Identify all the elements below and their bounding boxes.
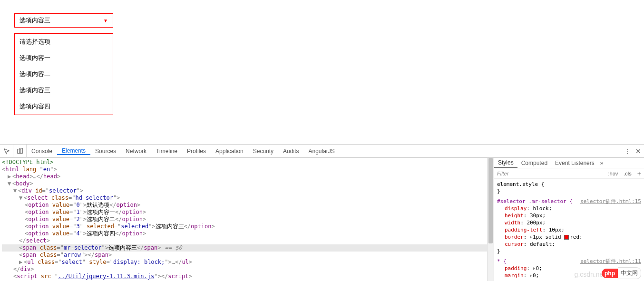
tab-elements[interactable]: Elements [57,147,90,155]
tab-styles[interactable]: Styles [494,158,517,168]
badge-right: 中文网 [618,267,641,279]
tab-audits[interactable]: Audits [278,147,303,155]
element-style-rule: element.style { [497,181,641,188]
tab-timeline[interactable]: Timeline [151,147,182,155]
selected-dom-node[interactable]: <span class="mr-selector">选项内容三</span>==… [2,244,487,252]
tab-application[interactable]: Application [211,147,248,155]
rule1-source-link[interactable]: selector插件.html:15 [580,198,641,205]
tab-event-listeners[interactable]: Event Listeners [551,158,598,168]
device-toolbar-icon[interactable] [13,145,27,158]
hov-toggle[interactable]: :hov [605,171,621,176]
close-devtools-icon[interactable]: ✕ [635,147,641,155]
tab-console[interactable]: Console [27,147,57,155]
option-3[interactable]: 选项内容三 [15,82,113,98]
tab-computed[interactable]: Computed [517,158,551,168]
php-badge: php 中文网 [602,267,641,279]
devtools-body: <!DOCTYPE html> <html lang="en"> ▶<head>… [0,158,644,281]
option-1[interactable]: 选项内容一 [15,50,113,66]
elements-tree[interactable]: <!DOCTYPE html> <html lang="en"> ▶<head>… [0,158,487,281]
styles-rules[interactable]: element.style { } #selector .mr-selector… [494,179,644,281]
tab-sources[interactable]: Sources [90,147,121,155]
styles-more-icon[interactable]: » [600,160,604,166]
styles-sidebar: Styles Computed Event Listeners » Filter… [494,158,644,281]
selector-options-list: 请选择选项 选项内容一 选项内容二 选项内容三 选项内容四 [14,33,113,115]
tab-security[interactable]: Security [248,147,278,155]
option-placeholder[interactable]: 请选择选项 [15,34,113,50]
devtools-tabs: Console Elements Sources Network Timelin… [27,147,624,155]
selector-display[interactable]: 选项内容三 ▼ [14,13,113,28]
page-content: 选项内容三 ▼ 请选择选项 选项内容一 选项内容二 选项内容三 选项内容四 [0,0,644,144]
svg-rect-0 [17,149,20,153]
tab-profiles[interactable]: Profiles [182,147,211,155]
inspect-element-icon[interactable] [0,145,13,158]
cls-toggle[interactable]: .cls [621,171,634,176]
doctype-node: <!DOCTYPE html> [2,159,53,165]
styles-tabs: Styles Computed Event Listeners » [494,158,644,168]
styles-filter-row: Filter :hov .cls + [494,168,644,179]
dropdown-arrow-icon: ▼ [103,18,108,23]
devtools-toolbar: Console Elements Sources Network Timelin… [0,145,644,158]
toolbar-right: ⋮ ✕ [624,147,644,155]
styles-filter-input[interactable]: Filter [494,171,605,176]
badge-left: php [602,269,618,278]
option-4[interactable]: 选项内容四 [15,98,113,115]
tab-network[interactable]: Network [121,147,151,155]
add-rule-icon[interactable]: + [634,170,644,177]
selected-value: 选项内容三 [20,16,50,25]
elements-scrollbar[interactable] [487,158,494,281]
devtools-panel: Console Elements Sources Network Timelin… [0,144,644,281]
rule1-selector: #selector .mr-selector { [497,198,573,205]
custom-selector: 选项内容三 ▼ 请选择选项 选项内容一 选项内容二 选项内容三 选项内容四 [14,13,113,115]
rule2-source-link[interactable]: selector插件.html:11 [580,258,641,265]
more-icon[interactable]: ⋮ [624,147,631,155]
tab-angularjs[interactable]: AngularJS [303,147,339,155]
color-swatch-icon[interactable] [564,235,569,240]
option-2[interactable]: 选项内容二 [15,66,113,82]
rule2-selector: * { [497,258,507,265]
